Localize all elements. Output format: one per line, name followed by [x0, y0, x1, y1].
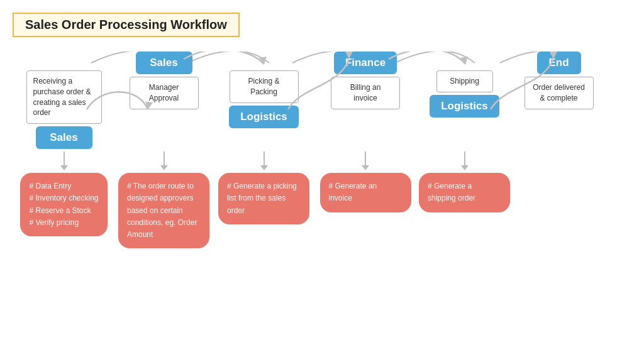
lane-col2: Sales Manager Approval — [115, 52, 213, 135]
dept-col5: Logistics — [430, 95, 499, 118]
task-col1: # Data Entry # Inventory checking # Rese… — [20, 173, 107, 236]
activity-col5: Shipping — [436, 70, 493, 92]
activity-col1: Receiving a purchase order & creating a … — [26, 70, 102, 124]
title-box: Sales Order Processing Workflow — [13, 13, 240, 37]
arrow-col5 — [461, 151, 469, 170]
task-col3: # Generate a picking list from the sales… — [218, 173, 309, 224]
activity-col3: Picking & Packing — [230, 70, 299, 103]
arrow-col2 — [160, 151, 168, 170]
dept-col1: Sales — [36, 126, 92, 149]
task-col2-container: # The order route to designed approvers … — [115, 151, 213, 248]
lane-col3: Picking & Packing Logistics — [213, 52, 315, 128]
lane-col4: Finance Billing an invoice — [315, 52, 416, 132]
task-col4: # Generate an invoice — [320, 173, 411, 212]
activity-col4: Billing an invoice — [331, 77, 400, 109]
dept-col3: Logistics — [229, 106, 299, 128]
lane-col6: End Order delivered & complete — [513, 52, 604, 109]
task-col2: # The order route to designed approvers … — [118, 173, 209, 248]
dept-col6: End — [537, 52, 581, 74]
arrow-col1 — [60, 151, 68, 170]
lane-col1: Receiving a purchase order & creating a … — [13, 52, 115, 149]
arrow-col3 — [260, 151, 268, 170]
task-col1-container: # Data Entry # Inventory checking # Rese… — [13, 151, 115, 236]
task-col5: # Generate a shipping order — [419, 173, 510, 212]
page-container: Sales Order Processing Workflow — [0, 0, 644, 352]
activity-col6: Order delivered & complete — [525, 77, 594, 109]
arrow-col4 — [362, 151, 369, 170]
dept-col2: Sales — [136, 52, 192, 74]
dept-col4: Finance — [334, 52, 397, 74]
task-col3-container: # Generate a picking list from the sales… — [213, 151, 315, 224]
page-title: Sales Order Processing Workflow — [25, 18, 227, 32]
task-col5-container: # Generate a shipping order — [416, 151, 513, 212]
activity-col2: Manager Approval — [130, 77, 199, 109]
task-col4-container: # Generate an invoice — [315, 151, 416, 212]
workflow-diagram: Receiving a purchase order & creating a … — [13, 52, 631, 248]
lane-col5: Shipping Logistics — [416, 52, 513, 118]
